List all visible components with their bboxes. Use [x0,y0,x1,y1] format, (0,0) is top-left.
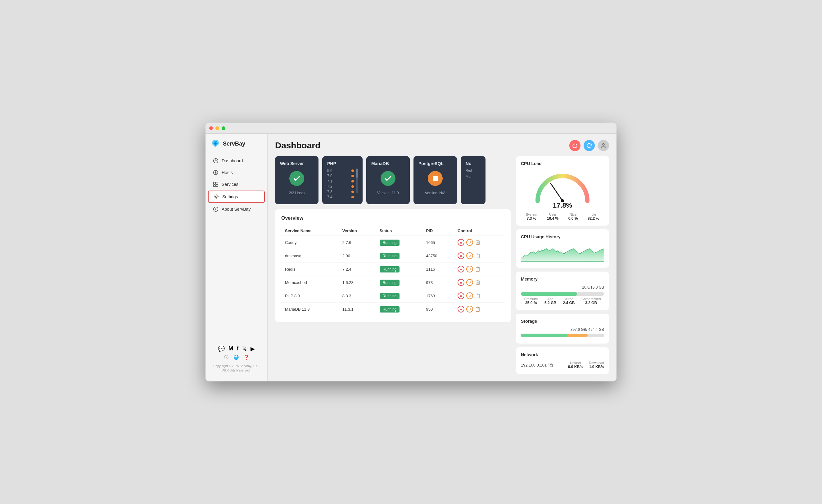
log-button[interactable]: 📋 [475,240,480,245]
content-area: Web Server 2/2 Hosts PHP [275,156,516,374]
info-link-icon[interactable]: ⓘ [224,355,229,360]
net-upload: Upload 0.0 KB/s [568,361,583,369]
service-control-cell: ■ ↺ 📋 [454,276,505,289]
app-window: ServBay Dashboard Hosts [206,123,616,381]
webserver-sub: 2/2 Hosts [289,191,305,195]
php-dot-70 [351,175,354,177]
sidebar-social: 💬 M f 𝕏 ▶ [206,342,267,354]
log-button[interactable]: 📋 [475,280,480,285]
php-title: PHP [327,161,336,166]
service-name-cell: Redis [281,263,339,276]
service-version-cell: 2.7.6 [339,236,376,249]
service-status-cell: Running [376,303,422,316]
col-version: Version [339,226,376,236]
copy-icon[interactable] [548,363,553,367]
svg-point-12 [216,208,216,208]
service-status-cell: Running [376,236,422,249]
restart-button[interactable]: ↺ [466,279,473,286]
stop-button[interactable]: ■ [458,292,464,299]
service-control-cell: ■ ↺ 📋 [454,263,505,276]
restart-button[interactable]: ↺ [466,252,473,259]
cpu-stat-user: User 10.4 % [547,212,558,221]
status-badge: Running [380,253,400,259]
no-title: No [466,161,471,166]
refresh-icon [586,143,592,148]
log-button[interactable]: 📋 [475,293,480,298]
service-name-cell: Memcached [281,276,339,289]
service-status-cell: Running [376,276,422,289]
user-button[interactable] [598,140,609,151]
twitter-icon[interactable]: 𝕏 [242,346,247,352]
php-card: PHP 5.6 7.0 [322,156,363,204]
restart-button[interactable]: ↺ [466,292,473,299]
scroll-indicator [356,168,358,193]
postgresql-sub: Version: N/A [425,191,446,195]
col-pid: PID [422,226,454,236]
page-title: Dashboard [275,140,320,150]
log-button[interactable]: 📋 [475,307,480,312]
download-value: 1.0 KB/s [589,365,604,369]
svg-rect-5 [214,182,216,184]
restart-button[interactable]: ↺ [466,306,473,313]
sidebar-item-services[interactable]: Services [208,179,265,190]
help-link-icon[interactable]: ❓ [244,355,249,360]
postgresql-status-icon [428,171,443,186]
stop-button[interactable]: ■ [458,279,464,286]
youtube-icon[interactable]: ▶ [251,346,255,352]
main-body: Web Server 2/2 Hosts PHP [268,156,616,381]
stop-button[interactable]: ■ [458,266,464,273]
restart-button[interactable]: ↺ [466,239,473,246]
sidebar-item-settings[interactable]: Settings [208,190,265,203]
control-buttons: ■ ↺ 📋 [458,279,501,286]
memory-bar-fill [521,292,577,296]
stop-button[interactable]: ■ [458,239,464,246]
sidebar: ServBay Dashboard Hosts [206,134,268,381]
discord-icon[interactable]: 💬 [218,346,225,352]
col-status: Status [376,226,422,236]
sidebar-copyright: CopyRight © 2024 ServBay, LLC. All Right… [206,363,267,377]
mariadb-status-icon [381,171,395,186]
stop-button[interactable]: ■ [458,306,464,313]
memory-stats: Pressure 35.0 % App 5.2 GB Wired 2.4 GB [521,297,604,305]
sidebar-item-about[interactable]: About ServBay [208,203,265,215]
cpu-gauge-container: 17.8% [521,170,604,209]
svg-rect-8 [216,185,218,186]
svg-rect-6 [216,182,218,184]
sidebar-hosts-label: Hosts [222,170,233,175]
memory-label: 10.8/16.0 GB [521,285,604,290]
table-row: Redis 7.2.4 Running 1116 ■ ↺ 📋 [281,263,505,276]
facebook-icon[interactable]: f [237,346,239,352]
log-button[interactable]: 📋 [475,267,480,272]
close-button[interactable] [209,126,213,130]
power-button[interactable] [569,140,580,151]
minimize-button[interactable] [216,126,219,130]
sidebar-item-dashboard[interactable]: Dashboard [208,155,265,166]
main-content: Dashboard [268,134,616,381]
php-version-73: 7.3 [327,189,354,194]
cpu-percent: 17.8% [553,201,572,209]
ip-address: 192.168.0.101 [521,363,547,368]
log-button[interactable]: 📋 [475,253,480,258]
download-label: Download [589,361,604,365]
refresh-button[interactable] [583,140,595,151]
app-body: ServBay Dashboard Hosts [206,134,616,381]
table-row: dnsmasq 2.90 Running 43750 ■ ↺ 📋 [281,249,505,263]
restart-button[interactable]: ↺ [466,266,473,273]
service-version-cell: 8.3.3 [339,289,376,303]
stop-button[interactable]: ■ [458,252,464,259]
services-icon [213,181,219,187]
overview-section: Overview Service Name Version Status PID… [275,209,511,322]
table-row: MariaDB 11.3 11.3.1 Running 950 ■ ↺ 📋 [281,303,505,316]
no-card: No Red Mer [461,156,485,204]
maximize-button[interactable] [222,126,226,130]
memory-card: Memory 10.8/16.0 GB Pressure 35.0 % App [516,272,609,310]
sidebar-item-hosts[interactable]: Hosts [208,167,265,178]
globe-link-icon[interactable]: 🌐 [234,355,239,360]
medium-icon[interactable]: M [229,346,233,352]
table-row: Caddy 2.7.6 Running 1665 ■ ↺ 📋 [281,236,505,249]
cpu-history-card: CPU Usage History [516,229,609,268]
webserver-status-icon [289,171,304,186]
settings-icon [214,194,219,199]
net-download: Download 1.0 KB/s [589,361,604,369]
service-name-cell: dnsmasq [281,249,339,263]
